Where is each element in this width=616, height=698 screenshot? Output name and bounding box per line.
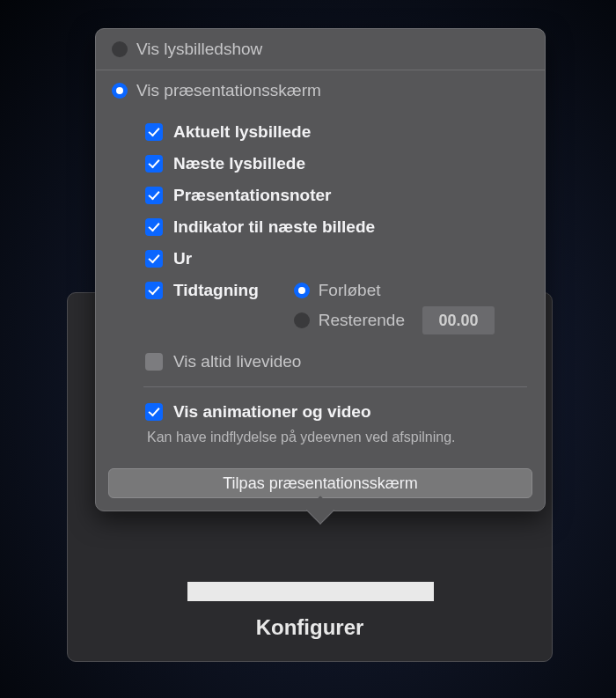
checkbox-icon <box>145 282 163 299</box>
presenter-options: Aktuelt lysbillede Næste lysbillede Præs… <box>96 111 545 463</box>
radio-label: Resterende <box>319 311 405 330</box>
checkbox-label: Vis altid livevideo <box>173 352 301 371</box>
checkbox-next-indicator[interactable]: Indikator til næste billede <box>145 211 527 243</box>
checkbox-next-slide[interactable]: Næste lysbillede <box>145 148 527 180</box>
checkbox-label: Vis animationer og video <box>173 402 371 422</box>
customize-presenter-display-button[interactable]: Tilpas præsentationsskærm <box>108 468 532 498</box>
animations-hint: Kan have indflydelse på ydeevnen ved afs… <box>145 428 527 454</box>
checkbox-icon <box>145 218 163 236</box>
checkbox-timing[interactable]: Tidtagning Forløbet <box>145 275 527 306</box>
radio-label: Forløbet <box>319 281 381 300</box>
radio-label: Vis præsentationsskærm <box>136 81 321 100</box>
radio-icon <box>294 312 310 328</box>
checkbox-label: Indikator til næste billede <box>173 217 375 237</box>
checkbox-label: Aktuelt lysbillede <box>173 122 311 142</box>
checkbox-icon <box>145 187 163 204</box>
radio-icon <box>112 83 128 99</box>
configure-button[interactable]: Konfigurer <box>68 615 552 640</box>
remaining-time-field[interactable]: 00.00 <box>422 306 495 334</box>
checkbox-label: Præsentationsnoter <box>173 186 331 205</box>
radio-icon <box>112 41 128 57</box>
checkbox-label: Tidtagning <box>173 281 259 300</box>
checkbox-clock[interactable]: Ur <box>145 243 527 275</box>
checkbox-icon <box>145 250 163 268</box>
timing-remaining-option[interactable]: Resterende 00.00 <box>294 306 495 334</box>
checkbox-live-video[interactable]: Vis altid livevideo <box>145 346 527 378</box>
display-preview <box>187 582 434 601</box>
checkbox-icon <box>145 155 163 173</box>
checkbox-animations-video[interactable]: Vis animationer og video <box>145 396 527 428</box>
radio-option-show-presenter[interactable]: Vis præsentationsskærm <box>96 70 545 111</box>
radio-option-show-slideshow[interactable]: Vis lysbilledshow <box>96 29 545 70</box>
checkbox-current-slide[interactable]: Aktuelt lysbillede <box>145 116 527 148</box>
radio-icon <box>294 283 310 298</box>
timing-elapsed-option[interactable]: Forløbet <box>294 281 381 300</box>
checkbox-icon <box>145 403 163 421</box>
checkbox-icon <box>145 353 163 371</box>
checkbox-label: Ur <box>173 249 192 268</box>
presenter-display-popover: Vis lysbilledshow Vis præsentationsskærm… <box>95 28 546 511</box>
checkbox-presenter-notes[interactable]: Præsentationsnoter <box>145 180 527 211</box>
divider <box>143 386 527 387</box>
checkbox-icon <box>145 123 163 141</box>
checkbox-label: Næste lysbillede <box>173 154 305 173</box>
radio-label: Vis lysbilledshow <box>136 40 262 59</box>
